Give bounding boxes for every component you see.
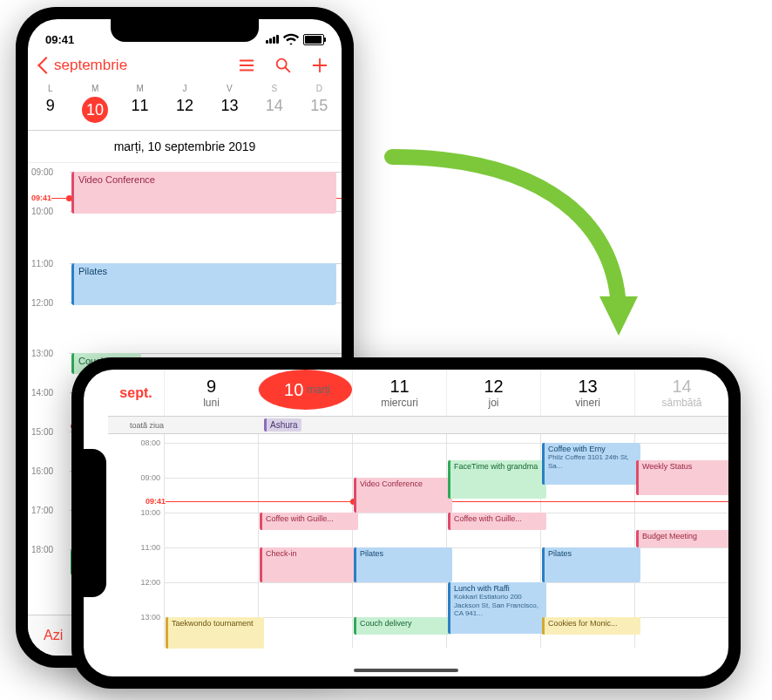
nav-bar: septembrie xyxy=(28,52,342,82)
hour-label: 18:00 xyxy=(31,545,53,554)
week-grid[interactable]: 08:00 09:00 10:00 11:00 12:00 13:00 09:4… xyxy=(108,434,728,648)
hour-label: 08:00 xyxy=(108,438,164,447)
event-coffee-erny[interactable]: Coffee with ErnyPhilz Coffee 3101 24th S… xyxy=(542,443,640,485)
svg-point-0 xyxy=(277,59,287,69)
search-icon[interactable] xyxy=(274,56,293,75)
hour-label: 11:00 xyxy=(108,543,164,552)
signal-icon xyxy=(266,35,279,44)
event-pilates[interactable]: Pilates xyxy=(542,547,640,582)
hour-label: 12:00 xyxy=(108,578,164,587)
hour-label: 09:00 xyxy=(108,473,164,482)
hour-label: 17:00 xyxy=(31,506,53,515)
notch xyxy=(84,449,106,597)
battery-icon xyxy=(303,34,324,45)
hour-label: 10:00 xyxy=(108,508,164,517)
hour-label: 11:00 xyxy=(31,259,53,268)
day-header[interactable]: 14sâmbătă xyxy=(634,370,728,416)
hour-label: 16:00 xyxy=(31,466,53,476)
date-heading: marți, 10 septembrie 2019 xyxy=(28,131,342,163)
day-col[interactable]: S14 xyxy=(252,82,296,130)
event-ashura[interactable]: Ashura xyxy=(264,418,301,432)
notch xyxy=(111,19,259,42)
week-row: L9 M10 M11 J12 V13 S14 D15 xyxy=(28,82,342,131)
day-col[interactable]: L9 xyxy=(28,82,72,130)
hour-line xyxy=(164,513,728,513)
day-header[interactable]: 13vineri xyxy=(540,370,634,416)
hour-label: 10:00 xyxy=(31,207,53,216)
home-indicator[interactable] xyxy=(354,669,458,672)
day-col[interactable]: J12 xyxy=(162,82,207,130)
event-coffee-guille[interactable]: Coffee with Guille... xyxy=(448,513,546,530)
event-pilates[interactable]: Pilates xyxy=(71,263,336,305)
rotate-arrow-icon xyxy=(331,139,662,366)
event-checkin[interactable]: Check-in xyxy=(260,547,358,582)
event-budget[interactable]: Budget Meeting xyxy=(636,530,728,547)
hour-label: 15:00 xyxy=(31,427,53,437)
event-weekly-status[interactable]: Weekly Status xyxy=(636,460,728,495)
day-header[interactable]: 9luni xyxy=(164,370,258,416)
hour-line xyxy=(164,443,728,444)
week-view: sept. 9luni 10marți 11miercuri 12joi 13v… xyxy=(84,370,728,676)
month-button[interactable]: sept. xyxy=(108,370,164,416)
nav-actions xyxy=(237,56,329,75)
phone-landscape: sept. 9luni 10marți 11miercuri 12joi 13v… xyxy=(71,357,741,689)
list-icon[interactable] xyxy=(237,56,256,75)
event-couch[interactable]: Couch delivery xyxy=(354,617,452,635)
back-label: septembrie xyxy=(54,57,127,74)
event-video-conference[interactable]: Video Conference xyxy=(354,478,452,513)
event-taekwondo[interactable]: Taekwondo tournament xyxy=(166,617,264,649)
event-lunch[interactable]: Lunch with RaffiKokkari Estiatorio 200 J… xyxy=(448,582,546,634)
grid-col xyxy=(352,434,353,648)
day-col[interactable]: M10 xyxy=(72,82,117,130)
status-time: 09:41 xyxy=(45,33,74,46)
day-col[interactable]: D15 xyxy=(297,82,342,130)
day-header[interactable]: 12joi xyxy=(446,370,540,416)
hour-label: 14:00 xyxy=(31,388,53,398)
allday-label: toată ziua xyxy=(108,421,169,430)
grid-col xyxy=(258,434,259,648)
event-facetime[interactable]: FaceTime with grandma xyxy=(448,460,546,499)
svg-marker-1 xyxy=(599,296,638,336)
day-header[interactable]: 10marți xyxy=(258,370,352,410)
hour-label: 12:00 xyxy=(31,298,53,308)
event-video-conference[interactable]: Video Conference xyxy=(71,172,336,214)
week-header: sept. 9luni 10marți 11miercuri 12joi 13v… xyxy=(108,370,728,417)
day-col[interactable]: V13 xyxy=(207,82,252,130)
hour-label: 13:00 xyxy=(31,349,53,358)
grid-col xyxy=(164,434,165,648)
allday-row: toată ziua Ashura xyxy=(108,417,728,434)
status-icons xyxy=(266,31,324,48)
hour-label: 09:00 xyxy=(31,167,53,177)
day-col[interactable]: M11 xyxy=(118,82,162,130)
event-pilates[interactable]: Pilates xyxy=(354,547,452,582)
hour-label: 13:00 xyxy=(108,613,164,622)
event-cookies[interactable]: Cookies for Monic... xyxy=(542,617,640,635)
today-button[interactable]: Azi xyxy=(44,628,63,643)
screen-landscape: sept. 9luni 10marți 11miercuri 12joi 13v… xyxy=(84,370,728,676)
hour-line xyxy=(164,582,728,583)
back-button[interactable]: septembrie xyxy=(40,57,127,74)
wifi-icon xyxy=(282,31,300,48)
chevron-left-icon xyxy=(37,57,55,74)
day-header[interactable]: 11miercuri xyxy=(352,370,446,416)
event-coffee-guille[interactable]: Coffee with Guille... xyxy=(260,513,358,530)
grid-col xyxy=(446,434,447,648)
add-icon[interactable] xyxy=(310,56,329,75)
